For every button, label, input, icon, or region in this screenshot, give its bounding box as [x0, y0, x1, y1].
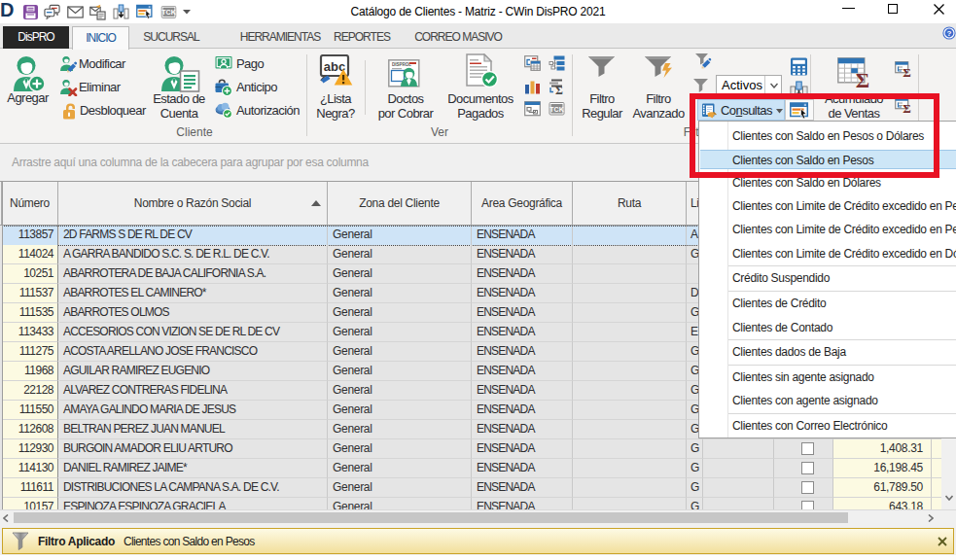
svg-text:DISPROL: DISPROL: [392, 62, 411, 67]
svg-text:Σ: Σ: [856, 68, 869, 89]
svg-text:Σ: Σ: [903, 65, 911, 79]
svg-text:Σ: Σ: [555, 84, 563, 95]
svg-text:?: ?: [947, 29, 952, 38]
svg-text:TCK: TCK: [549, 106, 563, 113]
svg-text:TCK: TCK: [161, 9, 176, 17]
